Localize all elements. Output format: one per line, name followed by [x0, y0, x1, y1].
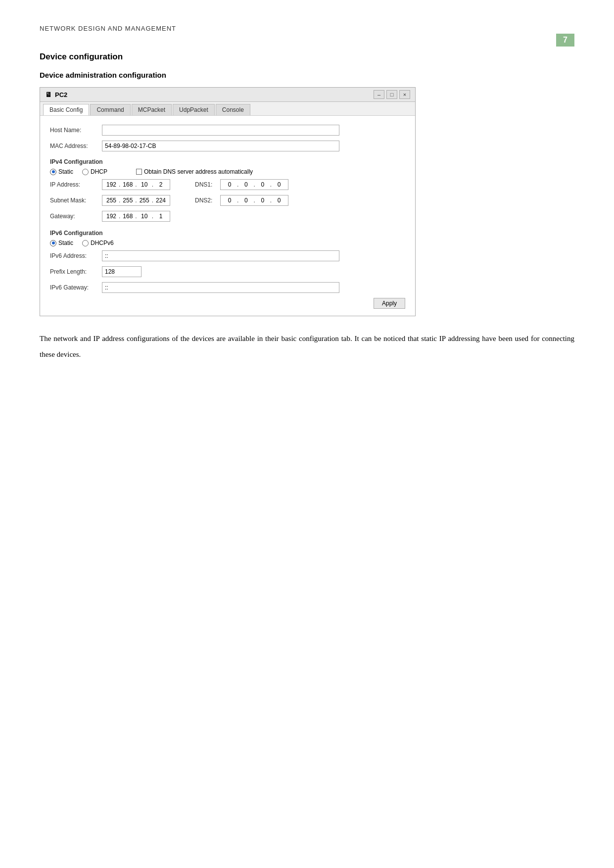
ipv4-dhcp-label: DHCP [91, 168, 107, 175]
subnet-c[interactable] [138, 197, 151, 204]
ipv6-static-label: Static [58, 240, 73, 246]
ipv6-dhcp-option[interactable]: DHCPv6 [82, 240, 114, 246]
prefix-length-input[interactable] [102, 266, 142, 277]
subnet-mask-input-group[interactable]: . . . [102, 195, 170, 206]
ipv6-gateway-label: IPv6 Gateway: [50, 284, 102, 291]
host-name-row: Host Name: [50, 125, 405, 136]
apply-button[interactable]: Apply [374, 298, 405, 309]
section-title: Device configuration [40, 52, 574, 62]
subnet-d[interactable] [154, 197, 168, 204]
ipv6-address-label: IPv6 Address: [50, 252, 102, 259]
ipv6-static-radio[interactable] [50, 240, 56, 246]
body-text: The network and IP address configuration… [40, 331, 574, 362]
obtain-dns-option[interactable]: Obtain DNS server address automatically [136, 168, 253, 175]
ipv6-address-row: IPv6 Address: [50, 250, 405, 261]
prefix-length-label: Prefix Length: [50, 268, 102, 275]
tab-udppacket[interactable]: UdpPacket [173, 104, 215, 115]
obtain-dns-checkbox[interactable] [136, 169, 142, 175]
window-controls: – □ × [374, 90, 410, 99]
tab-command[interactable]: Command [90, 104, 130, 115]
ipv4-static-label: Static [58, 168, 73, 175]
pc-icon: 🖥 [45, 91, 52, 98]
gateway-input-group[interactable]: . . . [102, 211, 170, 222]
ipv4-section: IPv4 Configuration Static DHCP Obtain DN… [50, 158, 405, 222]
ipv6-section: IPv6 Configuration Static DHCPv6 IPv6 Ad… [50, 230, 405, 293]
ipv6-section-label: IPv6 Configuration [50, 230, 405, 237]
dns1-a[interactable] [223, 181, 236, 188]
dns1-c[interactable] [256, 181, 270, 188]
ipv6-gateway-row: IPv6 Gateway: [50, 282, 405, 293]
dns2-a[interactable] [223, 197, 236, 204]
prefix-length-row: Prefix Length: [50, 266, 405, 277]
dns2-label: DNS2: [195, 197, 217, 204]
dns1-input-group[interactable]: . . . [220, 179, 288, 190]
ip-address-input-group[interactable]: . . . [102, 179, 170, 190]
dns2-input-group[interactable]: . . . [220, 195, 288, 206]
ipv6-static-option[interactable]: Static [50, 240, 73, 246]
mac-address-row: MAC Address: [50, 141, 405, 151]
ip-address-label: IP Address: [50, 181, 102, 188]
maximize-button[interactable]: □ [386, 90, 397, 99]
ipv4-dhcp-option[interactable]: DHCP [82, 168, 107, 175]
mac-address-input[interactable] [102, 141, 339, 151]
gw-d[interactable] [154, 213, 168, 220]
minimize-button[interactable]: – [374, 90, 384, 99]
dns1-b[interactable] [239, 181, 253, 188]
gw-c[interactable] [138, 213, 151, 220]
ip-c[interactable] [138, 181, 151, 188]
ip-a[interactable] [104, 181, 118, 188]
ipv4-section-label: IPv4 Configuration [50, 158, 405, 165]
tabs-bar: Basic Config Command MCPacket UdpPacket … [40, 102, 415, 116]
pc2-window: 🖥 PC2 – □ × Basic Config Command MCPacke… [40, 87, 416, 316]
ipv4-static-radio[interactable] [50, 169, 56, 175]
host-name-label: Host Name: [50, 127, 102, 134]
dns2-c[interactable] [256, 197, 270, 204]
window-titlebar: 🖥 PC2 – □ × [40, 88, 415, 102]
dns1-d[interactable] [272, 181, 286, 188]
ipv6-radio-group: Static DHCPv6 [50, 240, 405, 246]
dns1-label: DNS1: [195, 181, 217, 188]
tab-basic-config[interactable]: Basic Config [43, 104, 89, 115]
window-content: Host Name: MAC Address: IPv4 Configurati… [40, 116, 415, 316]
host-name-input[interactable] [102, 125, 339, 136]
tab-console[interactable]: Console [216, 104, 250, 115]
dns2-b[interactable] [239, 197, 253, 204]
ip-b[interactable] [121, 181, 135, 188]
subnet-dns2-row: Subnet Mask: . . . DNS2: . [50, 195, 405, 206]
ipv4-dhcp-radio[interactable] [82, 169, 89, 175]
ipv6-dhcp-label: DHCPv6 [91, 240, 114, 246]
gw-b[interactable] [121, 213, 135, 220]
obtain-dns-label: Obtain DNS server address automatically [144, 168, 253, 175]
ipv6-gateway-input[interactable] [102, 282, 339, 293]
tab-mcpacket[interactable]: MCPacket [132, 104, 172, 115]
ipv4-radio-group: Static DHCP Obtain DNS server address au… [50, 168, 405, 175]
gw-a[interactable] [104, 213, 118, 220]
ip-d[interactable] [154, 181, 168, 188]
ipv6-address-input[interactable] [102, 250, 339, 261]
page-number: 7 [556, 34, 574, 47]
gateway-label: Gateway: [50, 213, 102, 220]
mac-address-label: MAC Address: [50, 143, 102, 149]
ip-dns1-row: IP Address: . . . DNS1: . [50, 179, 405, 190]
dns2-d[interactable] [272, 197, 286, 204]
gateway-row: Gateway: . . . [50, 211, 405, 222]
ipv6-dhcp-radio[interactable] [82, 240, 89, 246]
apply-row: Apply [50, 298, 405, 309]
subnet-a[interactable] [104, 197, 118, 204]
ipv4-static-option[interactable]: Static [50, 168, 73, 175]
close-button[interactable]: × [399, 90, 410, 99]
subnet-mask-label: Subnet Mask: [50, 197, 102, 204]
window-title-text: PC2 [55, 91, 67, 98]
subnet-b[interactable] [121, 197, 135, 204]
document-header: NETWORK DESIGN AND MANAGEMENT [40, 20, 574, 32]
subsection-title: Device administration configuration [40, 71, 574, 79]
window-title: 🖥 PC2 [45, 91, 67, 98]
